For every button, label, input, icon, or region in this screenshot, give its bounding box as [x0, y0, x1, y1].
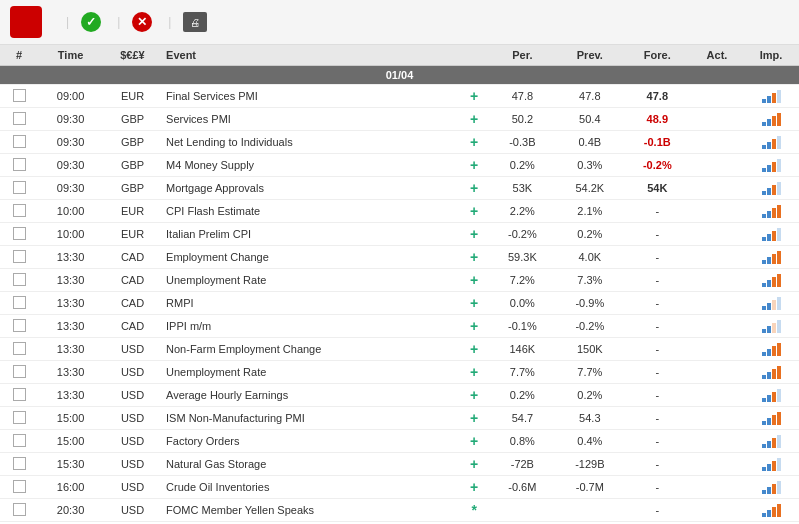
row-time: 13:30	[38, 246, 103, 269]
row-previous: 7.7%	[556, 361, 624, 384]
row-checkbox[interactable]	[13, 503, 26, 516]
row-add-icon[interactable]: +	[459, 131, 488, 154]
row-checkbox[interactable]	[13, 135, 26, 148]
row-checkbox[interactable]	[13, 158, 26, 171]
row-add-icon[interactable]: +	[459, 154, 488, 177]
row-importance	[743, 131, 799, 154]
row-add-icon[interactable]: *	[459, 499, 488, 522]
row-checkbox[interactable]	[13, 388, 26, 401]
plus-sign: +	[470, 433, 478, 449]
row-previous: 7.3%	[556, 269, 624, 292]
row-add-icon[interactable]: +	[459, 430, 488, 453]
row-checkbox[interactable]	[13, 273, 26, 286]
row-add-icon[interactable]: +	[459, 269, 488, 292]
row-checkbox[interactable]	[13, 434, 26, 447]
plus-sign: +	[470, 318, 478, 334]
col-prev-header: Per.	[489, 45, 556, 66]
row-period: 50.2	[489, 108, 556, 131]
plus-sign: +	[470, 157, 478, 173]
row-checkbox-cell	[0, 476, 38, 499]
importance-chart	[747, 204, 795, 218]
row-add-icon[interactable]: +	[459, 177, 488, 200]
table-row: 13:30CADRMPI+0.0%-0.9%-	[0, 292, 799, 315]
row-add-icon[interactable]: +	[459, 246, 488, 269]
row-checkbox[interactable]	[13, 319, 26, 332]
row-checkbox-cell	[0, 407, 38, 430]
row-add-icon[interactable]: +	[459, 108, 488, 131]
plus-sign: +	[470, 88, 478, 104]
row-checkbox[interactable]	[13, 480, 26, 493]
row-actual	[691, 499, 743, 522]
row-importance	[743, 269, 799, 292]
mark-all-button[interactable]: ✓	[81, 12, 105, 32]
row-period: -0.6M	[489, 476, 556, 499]
table-row: 15:00USDISM Non-Manufacturing PMI+54.754…	[0, 407, 799, 430]
row-add-icon[interactable]: +	[459, 361, 488, 384]
row-period: 59.3K	[489, 246, 556, 269]
row-checkbox[interactable]	[13, 411, 26, 424]
row-checkbox-cell	[0, 292, 38, 315]
row-checkbox[interactable]	[13, 204, 26, 217]
row-add-icon[interactable]: +	[459, 453, 488, 476]
row-importance	[743, 407, 799, 430]
row-checkbox-cell	[0, 177, 38, 200]
row-importance	[743, 177, 799, 200]
row-time: 13:30	[38, 338, 103, 361]
row-add-icon[interactable]: +	[459, 407, 488, 430]
row-add-icon[interactable]: +	[459, 315, 488, 338]
row-importance	[743, 430, 799, 453]
row-actual	[691, 315, 743, 338]
table-row: 09:30GBPNet Lending to Individuals+-0.3B…	[0, 131, 799, 154]
row-actual	[691, 246, 743, 269]
row-previous: -0.7M	[556, 476, 624, 499]
row-forecast: -	[624, 384, 691, 407]
row-forecast: -	[624, 476, 691, 499]
row-period	[489, 499, 556, 522]
importance-chart	[747, 342, 795, 356]
importance-chart	[747, 388, 795, 402]
row-currency: GBP	[103, 131, 162, 154]
row-add-icon[interactable]: +	[459, 223, 488, 246]
row-add-icon[interactable]: +	[459, 200, 488, 223]
row-checkbox[interactable]	[13, 250, 26, 263]
row-period: 0.2%	[489, 384, 556, 407]
row-event-name: Unemployment Rate	[162, 269, 459, 292]
row-add-icon[interactable]: +	[459, 85, 488, 108]
row-importance	[743, 292, 799, 315]
row-checkbox[interactable]	[13, 365, 26, 378]
row-add-icon[interactable]: +	[459, 384, 488, 407]
row-checkbox[interactable]	[13, 181, 26, 194]
row-checkbox-cell	[0, 131, 38, 154]
row-currency: EUR	[103, 85, 162, 108]
row-checkbox[interactable]	[13, 227, 26, 240]
row-checkbox[interactable]	[13, 457, 26, 470]
row-previous: 54.3	[556, 407, 624, 430]
row-checkbox-cell	[0, 246, 38, 269]
row-checkbox[interactable]	[13, 296, 26, 309]
plus-sign: +	[470, 226, 478, 242]
row-add-icon[interactable]: +	[459, 292, 488, 315]
row-previous: 0.3%	[556, 154, 624, 177]
row-time: 13:30	[38, 361, 103, 384]
row-checkbox-cell	[0, 430, 38, 453]
row-event-name: Natural Gas Storage	[162, 453, 459, 476]
divider3: |	[168, 15, 171, 29]
row-event-name: IPPI m/m	[162, 315, 459, 338]
row-actual	[691, 338, 743, 361]
table-row: 09:30GBPServices PMI+50.250.448.9	[0, 108, 799, 131]
divider2: |	[117, 15, 120, 29]
importance-chart	[747, 89, 795, 103]
print-button[interactable]: 🖨	[183, 12, 211, 32]
row-actual	[691, 476, 743, 499]
row-add-icon[interactable]: +	[459, 338, 488, 361]
col-currency: $€£¥	[103, 45, 162, 66]
row-checkbox[interactable]	[13, 112, 26, 125]
row-checkbox[interactable]	[13, 89, 26, 102]
row-checkbox[interactable]	[13, 342, 26, 355]
row-checkbox-cell	[0, 338, 38, 361]
row-add-icon[interactable]: +	[459, 476, 488, 499]
row-currency: CAD	[103, 246, 162, 269]
row-forecast: -	[624, 200, 691, 223]
unmark-all-button[interactable]: ✕	[132, 12, 156, 32]
col-imp-header: Act.	[691, 45, 743, 66]
